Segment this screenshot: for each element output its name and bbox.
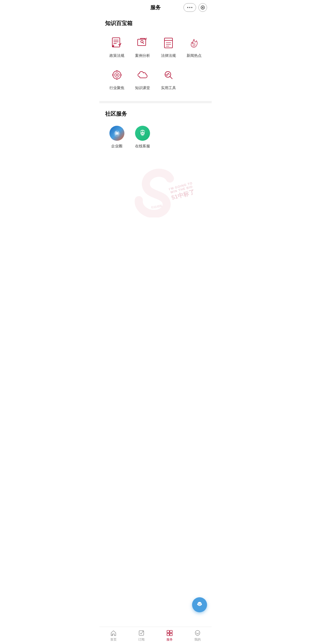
case-item[interactable]: 案例分析 [131,32,155,62]
knowledge-row2: 行业聚焦 知识课堂 实用工具 [105,64,206,94]
community-grid: 企业圈 [105,122,206,152]
home-icon [110,630,117,636]
svg-rect-39 [170,633,172,635]
scan-button[interactable] [198,3,207,12]
svg-line-8 [143,42,144,44]
case-icon [136,36,149,49]
knowledge-section: 知识百宝箱 政策法规 [99,15,212,99]
svg-point-26 [143,132,144,132]
knowledge-class-icon [136,69,149,81]
online-service-item[interactable]: 在线客服 [131,122,155,152]
knowledge-row1: 政策法规 案例分析 [105,32,206,62]
knowledge-class-icon-wrap [135,67,150,82]
tools-icon-wrap [161,67,176,82]
empty-cell [183,64,206,94]
empty2 [157,122,180,152]
knowledge-class-label: 知识课堂 [135,85,150,91]
tools-item[interactable]: 实用工具 [157,64,180,94]
law-item[interactable]: 法律法规 [157,32,180,62]
news-item[interactable]: 新闻热点 [183,32,206,62]
dot1 [187,7,188,8]
service-label: 在线客服 [135,144,150,149]
news-label: 新闻热点 [187,53,202,58]
news-icon-wrap [187,35,202,50]
svg-rect-37 [170,630,172,632]
float-service-icon [196,601,204,609]
law-icon-wrap [161,35,176,50]
page-title: 服务 [150,4,161,11]
svg-rect-32 [197,604,198,605]
nav-subscribe-label: 订阅 [138,637,145,642]
enterprise-item[interactable]: 企业圈 [105,122,129,152]
svg-point-14 [113,71,121,79]
header: 服务 [99,0,212,15]
nav-service-label: 服务 [166,637,173,642]
svg-line-22 [170,76,172,79]
svg-rect-28 [145,132,145,134]
svg-point-16 [116,74,118,76]
svg-point-5 [113,46,113,47]
nav-subscribe[interactable]: 订阅 [128,627,156,644]
svg-point-24 [140,130,145,135]
enterprise-logo [112,128,122,138]
svg-point-23 [116,132,118,134]
policy-icon [111,36,123,49]
law-label: 法律法规 [161,53,176,58]
svg-rect-33 [201,604,202,605]
tools-icon [162,69,175,81]
dot3 [191,7,192,8]
mine-icon [194,630,201,636]
service-nav-icon [166,630,173,637]
policy-icon-wrap [109,35,124,50]
community-title: 社区服务 [105,110,206,118]
industry-item[interactable]: 行业聚焦 [105,64,129,94]
subscribe-icon [138,630,145,636]
nav-home-label: 首页 [110,637,117,642]
news-icon [188,36,200,49]
nav-mine[interactable]: 我的 [184,627,212,644]
svg-point-29 [198,602,202,606]
float-service-button[interactable] [192,597,207,612]
case-icon-wrap [135,35,150,50]
home-nav-icon [110,630,117,637]
case-label: 案例分析 [135,53,150,58]
svg-rect-9 [164,38,172,48]
industry-icon-wrap [109,67,124,82]
tools-label: 实用工具 [161,85,176,91]
svg-point-15 [115,73,119,77]
svg-rect-27 [140,132,141,134]
service-circle-icon [135,126,150,141]
law-icon [162,36,175,49]
knowledge-class-item[interactable]: 知识课堂 [131,64,155,94]
service-logo [137,128,148,138]
dot2 [189,7,190,8]
policy-item[interactable]: 政策法规 [105,32,129,62]
header-actions [183,3,207,12]
bottom-spacer [99,226,212,249]
nav-home[interactable]: 首页 [99,627,128,644]
enterprise-label: 企业圈 [111,144,122,149]
svg-point-25 [141,132,142,132]
nav-service[interactable]: 服务 [156,627,184,644]
policy-label: 政策法规 [109,53,124,58]
svg-rect-38 [167,633,169,635]
bottom-nav: 首页 订阅 服务 [99,627,212,644]
enterprise-circle-icon [109,126,124,141]
community-section: 社区服务 企业圈 [99,106,212,157]
watermark-area: I'M GOING TO WIN THE BID 51中标了 初稿模板 [99,157,212,226]
industry-icon [111,69,123,81]
svg-rect-36 [167,630,169,632]
knowledge-title: 知识百宝箱 [105,20,206,27]
empty3 [183,122,206,152]
mine-nav-icon [194,630,201,637]
nav-mine-label: 我的 [194,637,201,642]
subscribe-nav-icon [138,630,145,637]
industry-label: 行业聚焦 [109,85,124,91]
enterprise-icon-wrap [109,126,124,141]
online-service-icon-wrap [135,126,150,141]
scan-icon [201,5,205,10]
section-divider [99,101,212,103]
more-button[interactable] [183,3,196,12]
service-icon [166,629,173,637]
